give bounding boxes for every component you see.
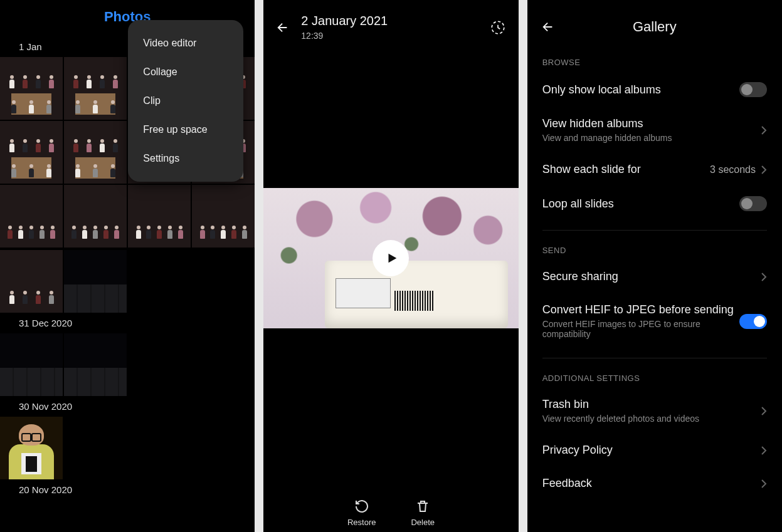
menu-free-up-space[interactable]: Free up space [128, 115, 243, 144]
restore-icon [354, 499, 369, 514]
photo-thumb[interactable] [192, 185, 255, 248]
row-slide-duration[interactable]: Show each slide for 3 seconds [527, 153, 782, 186]
photo-thumb[interactable] [0, 417, 63, 479]
delete-label: Delete [411, 518, 435, 527]
thumb-grid-3 [0, 415, 255, 481]
photos-screen: Photos 1 Jan [0, 0, 255, 532]
restore-button[interactable]: Restore [347, 499, 376, 527]
menu-clip[interactable]: Clip [128, 86, 243, 115]
row-privacy-policy[interactable]: Privacy Policy [527, 434, 782, 467]
restore-label: Restore [347, 518, 376, 527]
chevron-right-icon [761, 446, 767, 456]
row-hidden-albums[interactable]: View hidden albums View and manage hidde… [527, 107, 782, 153]
toggle-loop-slides[interactable] [739, 196, 767, 211]
divider [542, 230, 767, 231]
row-heif-convert[interactable]: Convert HEIF to JPEG before sending Conv… [527, 293, 782, 349]
video-duration-badge: 3:55 [96, 301, 123, 310]
settings-header: Gallery [527, 0, 782, 51]
row-loop-slides[interactable]: Loop all slides [527, 186, 782, 221]
slide-duration-value: 3 seconds [710, 164, 756, 175]
video-preview[interactable] [263, 188, 518, 328]
toggle-local-albums[interactable] [739, 82, 767, 97]
row-trash-bin[interactable]: Trash bin View recently deleted photos a… [527, 388, 782, 434]
menu-settings[interactable]: Settings [128, 144, 243, 173]
viewer-screen: 2 January 2021 12:39 Restore Delete [263, 0, 518, 532]
chevron-right-icon [761, 125, 767, 135]
photo-thumb[interactable] [64, 333, 127, 396]
date-group-3: 30 Nov 2020 [0, 397, 255, 415]
date-group-2: 31 Dec 2020 [0, 314, 255, 332]
photo-thumb[interactable] [0, 333, 63, 396]
play-circle-icon [96, 301, 105, 310]
photo-thumb[interactable] [0, 121, 63, 184]
thumb-grid-2 [0, 332, 255, 397]
photo-thumb[interactable] [64, 57, 127, 120]
play-icon [385, 251, 399, 265]
section-additional-label: ADDITIONAL SETTINGS [527, 367, 782, 388]
menu-video-editor[interactable]: Video editor [128, 29, 243, 58]
thumb-grid-1b: 3:55 [0, 249, 255, 314]
chevron-right-icon [761, 272, 767, 282]
photo-thumb[interactable] [0, 57, 63, 120]
video-thumb[interactable]: 3:55 [64, 250, 127, 313]
photo-thumb[interactable] [0, 185, 63, 248]
viewer-title-block: 2 January 2021 12:39 [301, 14, 478, 41]
trash-icon [415, 499, 430, 514]
row-local-albums[interactable]: Only show local albums [527, 72, 782, 107]
menu-collage[interactable]: Collage [128, 58, 243, 86]
cloud-sync-icon [490, 19, 506, 36]
date-group-4: 20 Nov 2020 [0, 481, 255, 499]
toggle-heif-convert[interactable] [739, 314, 767, 329]
viewer-time: 12:39 [301, 31, 478, 41]
back-button[interactable] [276, 21, 290, 34]
overflow-menu: Video editor Collage Clip Free up space … [128, 20, 243, 182]
photo-thumb[interactable] [64, 185, 127, 248]
row-secure-sharing[interactable]: Secure sharing [527, 260, 782, 293]
chevron-right-icon [761, 165, 767, 175]
photo-thumb[interactable] [0, 250, 63, 313]
settings-title: Gallery [541, 19, 768, 35]
chevron-right-icon [761, 479, 767, 489]
sync-button[interactable] [490, 19, 506, 36]
viewer-action-bar: Restore Delete [263, 499, 518, 527]
row-feedback[interactable]: Feedback [527, 467, 782, 500]
viewer-date: 2 January 2021 [301, 14, 478, 28]
photo-thumb[interactable] [64, 121, 127, 184]
chevron-right-icon [761, 406, 767, 416]
section-browse-label: BROWSE [527, 51, 782, 72]
svg-point-0 [97, 303, 103, 310]
gallery-settings-screen: Gallery BROWSE Only show local albums Vi… [527, 0, 782, 532]
divider [542, 358, 767, 358]
photo-thumb[interactable] [128, 185, 191, 248]
delete-button[interactable]: Delete [411, 499, 435, 527]
viewer-header: 2 January 2021 12:39 [263, 0, 518, 52]
arrow-left-icon [276, 21, 290, 34]
section-send-label: SEND [527, 239, 782, 260]
